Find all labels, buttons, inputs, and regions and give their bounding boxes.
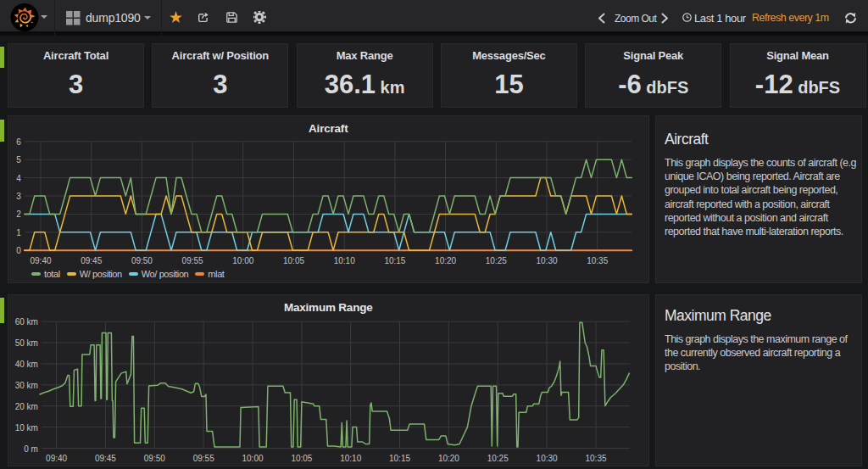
svg-text:10:15: 10:15	[389, 454, 410, 463]
svg-text:09:40: 09:40	[46, 454, 67, 463]
svg-text:10:05: 10:05	[291, 454, 312, 463]
svg-text:40 km: 40 km	[15, 360, 38, 369]
svg-text:10:15: 10:15	[384, 256, 405, 265]
svg-text:0 m: 0 m	[24, 444, 38, 454]
svg-text:5: 5	[16, 155, 21, 165]
svg-text:10:20: 10:20	[438, 454, 459, 463]
svg-text:09:45: 09:45	[95, 454, 116, 463]
svg-text:10:20: 10:20	[435, 256, 456, 265]
svg-text:10:05: 10:05	[283, 256, 304, 265]
svg-text:09:50: 09:50	[131, 256, 153, 265]
svg-text:09:45: 09:45	[81, 256, 102, 265]
svg-text:6: 6	[16, 137, 21, 147]
svg-text:0: 0	[16, 246, 21, 255]
svg-text:09:50: 09:50	[144, 454, 165, 463]
svg-text:10:10: 10:10	[340, 454, 361, 463]
svg-text:09:40: 09:40	[30, 256, 51, 265]
svg-text:1: 1	[16, 228, 21, 237]
svg-text:4: 4	[16, 174, 21, 183]
svg-text:2: 2	[16, 209, 21, 219]
svg-text:10:00: 10:00	[242, 454, 263, 463]
svg-text:10:10: 10:10	[334, 256, 355, 265]
svg-text:10 km: 10 km	[15, 423, 38, 433]
svg-text:3: 3	[16, 192, 21, 201]
svg-text:10:00: 10:00	[232, 256, 253, 265]
svg-text:10:30: 10:30	[536, 256, 557, 265]
svg-text:30 km: 30 km	[15, 381, 38, 390]
svg-text:60 km: 60 km	[15, 317, 38, 327]
svg-text:10:35: 10:35	[587, 256, 608, 265]
svg-text:10:25: 10:25	[487, 454, 509, 463]
svg-text:09:55: 09:55	[193, 454, 214, 463]
svg-text:20 km: 20 km	[15, 402, 38, 411]
svg-text:50 km: 50 km	[15, 338, 38, 348]
svg-text:09:55: 09:55	[182, 256, 203, 265]
svg-text:10:35: 10:35	[585, 454, 606, 463]
svg-text:10:25: 10:25	[486, 256, 507, 265]
svg-text:10:30: 10:30	[537, 454, 558, 463]
